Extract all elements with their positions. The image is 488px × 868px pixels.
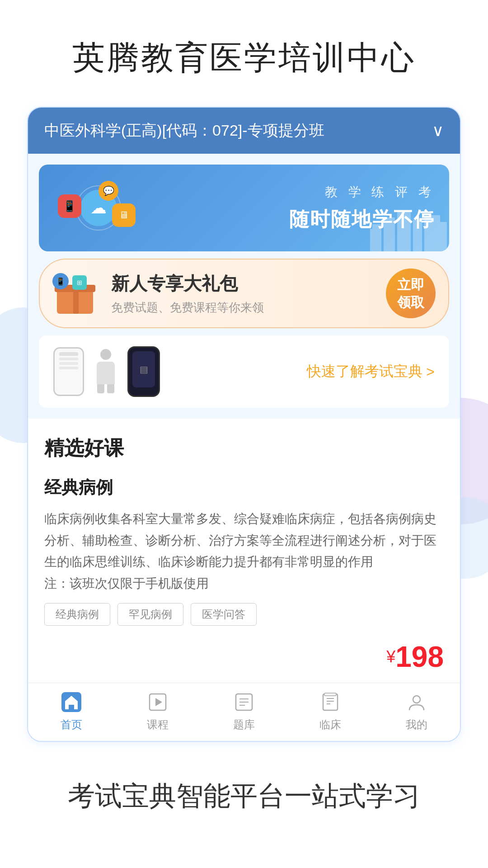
svg-point-19 bbox=[413, 696, 420, 703]
page-title: 英腾教育医学培训中心 bbox=[0, 0, 488, 107]
gift-banner[interactable]: 📱 ⊞ 新人专享大礼包 免费试题、免费课程等你来领 立即 领取 bbox=[39, 259, 449, 328]
nav-item-home[interactable]: 首页 bbox=[44, 690, 99, 732]
nav-item-clinical[interactable]: 临床 bbox=[303, 690, 357, 732]
desktop-icon: 🖥 bbox=[112, 203, 136, 227]
course-card[interactable]: 经典病例 临床病例收集各科室大量常多发、综合疑难临床病症，包括各病例病史分析、辅… bbox=[44, 476, 444, 674]
course-selector-bar[interactable]: 中医外科学(正高)[代码：072]-专项提分班 ∨ bbox=[28, 108, 460, 154]
footer-title: 考试宝典智能平台一站式学习 bbox=[0, 742, 488, 860]
course-tags: 经典病例 罕见病例 医学问答 bbox=[44, 603, 444, 626]
svg-rect-2 bbox=[397, 211, 411, 251]
svg-rect-3 bbox=[413, 220, 422, 251]
gift-claim-button[interactable]: 立即 领取 bbox=[386, 269, 436, 318]
course-selector-text: 中医外科学(正高)[代码：072]-专项提分班 bbox=[44, 120, 427, 141]
svg-rect-5 bbox=[370, 229, 374, 251]
exam-guide-link-text: 快速了解考试宝典 bbox=[307, 362, 422, 382]
svg-rect-1 bbox=[384, 217, 395, 251]
nav-home-label: 首页 bbox=[61, 717, 82, 732]
gift-subtitle: 免费试题、免费课程等你来领 bbox=[111, 300, 377, 316]
svg-rect-18 bbox=[324, 693, 336, 696]
exam-guide-arrow-icon: > bbox=[426, 363, 435, 380]
tag-medical-qa: 医学问答 bbox=[191, 603, 257, 626]
mine-icon bbox=[405, 690, 428, 714]
nav-item-questions[interactable]: 题库 bbox=[217, 690, 271, 732]
svg-rect-6 bbox=[436, 222, 447, 251]
nav-item-courses[interactable]: 课程 bbox=[131, 690, 185, 732]
nav-clinical-label: 临床 bbox=[319, 717, 341, 732]
banner-subtitle: 教 学 练 评 考 bbox=[162, 184, 435, 201]
course-price-row: ¥ 198 bbox=[44, 637, 444, 674]
exam-guide-section[interactable]: ▤ 快速了解考试宝典 > bbox=[39, 335, 449, 408]
main-content: 精选好课 经典病例 临床病例收集各科室大量常多发、综合疑难临床病症，包括各病例病… bbox=[28, 419, 460, 683]
bottom-nav: 首页 课程 题库 bbox=[28, 683, 460, 741]
chevron-down-icon: ∨ bbox=[432, 121, 444, 140]
price-value: 198 bbox=[395, 640, 444, 674]
nav-item-mine[interactable]: 我的 bbox=[389, 690, 444, 732]
courses-icon bbox=[146, 690, 169, 714]
clinical-icon bbox=[319, 690, 342, 714]
nav-courses-label: 课程 bbox=[147, 717, 169, 732]
svg-rect-14 bbox=[323, 694, 338, 710]
banner-icons: ☁ 📱 🖥 💬 bbox=[53, 181, 153, 235]
exam-phones-illustration: ▤ bbox=[53, 346, 307, 397]
chat-icon: 💬 bbox=[99, 181, 118, 201]
course-name: 经典病例 bbox=[44, 476, 444, 499]
tag-rare-cases: 罕见病例 bbox=[117, 603, 183, 626]
nav-mine-label: 我的 bbox=[406, 717, 427, 732]
questions-icon bbox=[232, 690, 256, 714]
selected-courses-title: 精选好课 bbox=[44, 435, 444, 462]
city-decoration bbox=[368, 206, 449, 251]
app-card: 中医外科学(正高)[代码：072]-专项提分班 ∨ ☁ 📱 🖥 💬 教 学 练 … bbox=[27, 107, 461, 742]
exam-guide-link[interactable]: 快速了解考试宝典 > bbox=[307, 362, 435, 382]
phone-icon: 📱 bbox=[58, 194, 81, 218]
gift-title: 新人专享大礼包 bbox=[111, 271, 377, 296]
course-description: 临床病例收集各科室大量常多发、综合疑难临床病症，包括各病例病史分析、辅助检查、诊… bbox=[44, 508, 444, 594]
price-symbol: ¥ bbox=[386, 647, 395, 666]
tag-classic-cases: 经典病例 bbox=[44, 603, 110, 626]
gift-text: 新人专享大礼包 免费试题、免费课程等你来领 bbox=[102, 271, 386, 316]
nav-questions-label: 题库 bbox=[233, 717, 255, 732]
svg-marker-9 bbox=[155, 698, 162, 706]
home-icon bbox=[60, 690, 83, 714]
promo-banner: ☁ 📱 🖥 💬 教 学 练 评 考 随时随地学不停 bbox=[39, 165, 449, 251]
